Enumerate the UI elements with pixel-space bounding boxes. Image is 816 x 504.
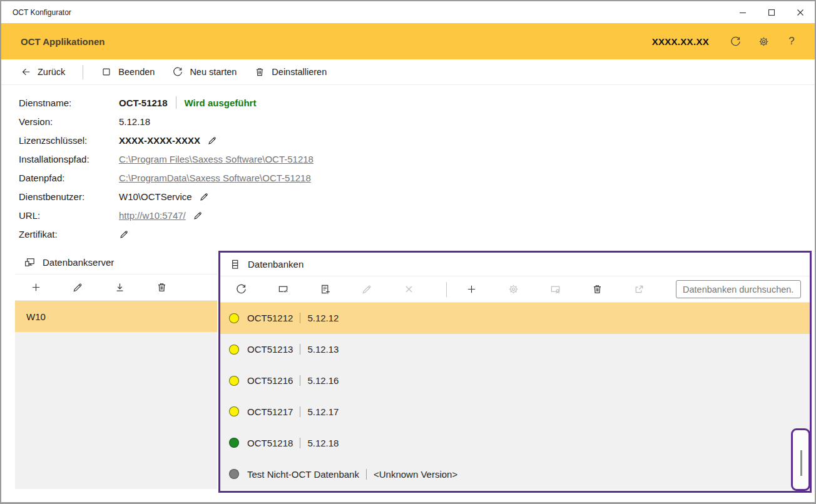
row-divider — [300, 375, 300, 386]
database-list-item[interactable]: OCT51217 5.12.17 — [220, 396, 810, 427]
maximize-button[interactable] — [757, 1, 786, 23]
database-name: OCT51213 — [247, 344, 293, 355]
data-path-link[interactable]: C:\ProgramData\Saxess Software\OCT-51218 — [119, 173, 311, 183]
help-button[interactable]: ? — [785, 34, 798, 48]
service-name-label: Dienstname: — [19, 98, 119, 108]
detail-row-install-path: Installationspfad: C:\Program Files\Saxe… — [1, 149, 439, 168]
trash-icon — [591, 283, 603, 295]
edit-service-user-button[interactable] — [199, 191, 210, 202]
new-script-button[interactable] — [304, 276, 346, 303]
license-label: Lizenzschlüssel: — [19, 135, 119, 146]
permissions-button[interactable] — [534, 276, 576, 303]
database-name: OCT51216 — [247, 375, 293, 386]
back-button[interactable]: Zurück — [20, 66, 65, 78]
version-label: Version: — [19, 116, 119, 127]
databases-panel-title: Datenbanken — [248, 259, 303, 270]
detail-row-url: URL: http://w10:5747/ — [1, 206, 439, 224]
database-version: 5.12.17 — [307, 406, 339, 417]
status-dot — [229, 376, 239, 386]
database-list-item[interactable]: OCT51216 5.12.16 — [220, 365, 810, 396]
scrollbar-focus-box[interactable] — [791, 428, 810, 491]
database-version: 5.12.16 — [307, 375, 339, 386]
database-list-item[interactable]: Test Nicht-OCT Datenbank <Unknown Versio… — [220, 458, 810, 490]
database-version: 5.12.18 — [307, 438, 339, 448]
database-version: 5.12.12 — [307, 313, 339, 323]
service-name-value: OCT-51218 — [119, 98, 168, 108]
add-server-button[interactable] — [15, 275, 57, 301]
status-dot — [229, 345, 239, 355]
detail-row-service-user: Dienstbenutzer: W10\OCTService — [1, 187, 439, 206]
app-window: OCT Konfigurator OCT Applikationen XXXX.… — [0, 0, 816, 504]
settings-button[interactable] — [757, 34, 770, 48]
database-name: OCT51218 — [247, 438, 293, 448]
gear-icon — [758, 36, 770, 48]
server-list-item[interactable]: W10 — [15, 301, 217, 332]
url-label: URL: — [19, 210, 119, 221]
command-bar: Zurück Beenden Neu starten Deinstalliere… — [1, 59, 815, 85]
databases-toolbar — [220, 276, 810, 303]
server-name: W10 — [26, 311, 46, 322]
cancel-button[interactable] — [388, 276, 430, 303]
delete-database-button[interactable] — [576, 276, 618, 303]
status-divider — [176, 96, 176, 109]
minimize-icon — [738, 8, 747, 17]
database-version: <Unknown Version> — [374, 469, 457, 480]
database-list-item[interactable]: OCT51212 5.12.12 — [220, 303, 810, 334]
database-list: OCT51212 5.12.12 OCT51213 5.12.13 OCT512… — [220, 303, 810, 490]
refresh-button[interactable] — [728, 34, 742, 48]
stop-icon — [101, 66, 112, 78]
restart-service-button[interactable]: Neu starten — [172, 66, 237, 78]
server-toolbar — [15, 275, 217, 301]
database-list-item[interactable]: OCT51218 5.12.18 — [220, 427, 810, 458]
scrollbar-thumb[interactable] — [800, 450, 802, 476]
app-header: OCT Applikationen XXXX.XX.XX ? — [1, 23, 815, 59]
database-search-input[interactable] — [676, 280, 801, 298]
x-icon — [403, 283, 415, 295]
server-panel-header: Datenbankserver — [15, 251, 217, 275]
plus-icon — [30, 281, 42, 293]
maximize-icon — [767, 8, 776, 17]
command-bar-divider — [83, 65, 83, 79]
devices-icon — [24, 256, 36, 268]
status-dot — [229, 469, 239, 479]
license-value: XXXX-XXXX-XXXX — [119, 135, 200, 146]
databases-panel-header: Datenbanken — [220, 253, 810, 276]
pencil-icon — [193, 210, 203, 221]
databases-panel: Datenbanken — [218, 251, 812, 493]
row-divider — [300, 344, 300, 355]
refresh-databases-button[interactable] — [220, 276, 262, 303]
close-button[interactable] — [786, 1, 815, 23]
trash-icon — [156, 281, 168, 293]
detail-row-service-name: Dienstname: OCT-51218 Wird ausgeführt — [1, 93, 439, 112]
service-status-badge: Wird ausgeführt — [185, 98, 257, 108]
database-list-item[interactable]: OCT51213 5.12.13 — [220, 334, 810, 365]
validate-database-button[interactable] — [262, 276, 304, 303]
url-link[interactable]: http://w10:5747/ — [119, 210, 186, 221]
minimize-button[interactable] — [728, 1, 757, 23]
pencil-icon — [207, 135, 218, 146]
edit-certificate-button[interactable] — [119, 229, 130, 239]
stop-label: Beenden — [118, 67, 155, 77]
edit-license-button[interactable] — [207, 135, 218, 146]
install-path-link[interactable]: C:\Program Files\Saxess Software\OCT-512… — [119, 154, 314, 164]
status-dot — [229, 406, 239, 416]
uninstall-label: Deinstallieren — [272, 67, 327, 77]
download-server-button[interactable] — [99, 275, 141, 301]
edit-server-button[interactable] — [57, 275, 99, 301]
monitor-person-icon — [549, 283, 561, 295]
download-icon — [114, 281, 126, 293]
edit-url-button[interactable] — [193, 210, 203, 221]
detail-row-version: Version: 5.12.18 — [1, 112, 439, 131]
database-settings-button[interactable] — [492, 276, 534, 303]
detail-row-data-path: Datenpfad: C:\ProgramData\Saxess Softwar… — [1, 168, 439, 187]
edit-database-button[interactable] — [346, 276, 388, 303]
uninstall-button[interactable]: Deinstallieren — [254, 66, 327, 78]
pencil-icon — [72, 281, 84, 293]
add-database-button[interactable] — [451, 276, 492, 303]
share-button[interactable] — [618, 276, 660, 303]
stop-service-button[interactable]: Beenden — [101, 66, 155, 78]
delete-server-button[interactable] — [141, 275, 183, 301]
page-title: OCT Applikationen — [1, 36, 105, 47]
document-plus-icon — [319, 283, 331, 295]
data-path-label: Datenpfad: — [19, 173, 119, 183]
